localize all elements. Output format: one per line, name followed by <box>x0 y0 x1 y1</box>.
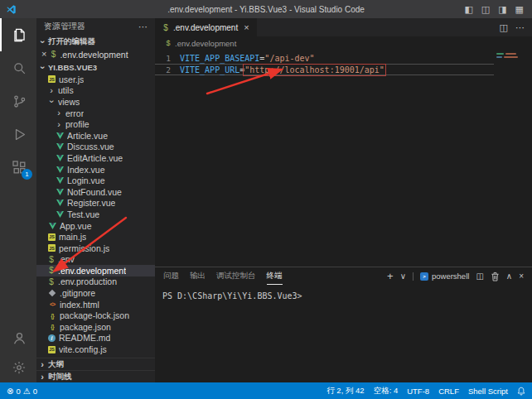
code-line-2[interactable]: 2VITE_APP_URL="http://localhost:19001/ap… <box>155 64 494 75</box>
close-panel-icon[interactable]: × <box>519 272 524 281</box>
tree-item-Register.vue[interactable]: Register.vue <box>36 198 155 209</box>
tree-item-vite.config.js[interactable]: JSvite.config.js <box>36 344 155 355</box>
breadcrumb[interactable]: $ .env.development <box>155 36 532 50</box>
tree-item-package.json[interactable]: {}package.json <box>36 321 155 333</box>
code-token-key: VITE_APP_URL <box>180 65 239 75</box>
file-label: package-lock.json <box>60 310 129 320</box>
timeline-section[interactable]: › 时间线 <box>36 370 155 382</box>
tree-item-permission.js[interactable]: JSpermission.js <box>36 243 155 254</box>
tree-item-README.md[interactable]: iREADME.md <box>36 333 155 344</box>
tree-item-App.vue[interactable]: App.vue <box>36 220 155 232</box>
tree-item-user.js[interactable]: JSuser.js <box>36 74 155 85</box>
kill-terminal-icon[interactable] <box>491 272 500 281</box>
code-token-string: "http://localhost:19001/api" <box>244 65 384 75</box>
close-editor-icon[interactable]: × <box>41 50 46 59</box>
panel-tab-调试控制台[interactable]: 调试控制台 <box>216 267 256 285</box>
tree-item-Index.vue[interactable]: Index.vue <box>36 164 155 175</box>
tree-item-.env.development[interactable]: $.env.development <box>36 265 155 276</box>
chevron-right-icon: › <box>48 86 55 95</box>
vue-icon <box>56 166 64 173</box>
tree-item-Article.vue[interactable]: Article.vue <box>36 130 155 142</box>
terminal-prompt: PS D:\CSharp\Yi\Yi.BBS.Vue3> <box>162 291 302 300</box>
tree-item-views[interactable]: ›views <box>36 96 155 108</box>
tree-item-index.html[interactable]: <>index.html <box>36 299 155 310</box>
vscode-logo-icon[interactable] <box>6 4 17 15</box>
split-editor-icon[interactable]: ◫ <box>500 22 508 33</box>
chevron-right-icon: › <box>39 360 46 369</box>
tree-item-Test.vue[interactable]: Test.vue <box>36 209 155 220</box>
tab-env-development[interactable]: $ .env.development × <box>155 18 257 36</box>
minimap[interactable] <box>494 50 532 267</box>
chevron-down-icon: › <box>38 38 47 45</box>
status-indentation[interactable]: 空格: 4 <box>374 386 399 397</box>
new-terminal-icon[interactable]: + <box>387 270 394 282</box>
explorer-icon[interactable] <box>0 18 36 51</box>
toggle-secondary-sidebar-icon[interactable]: ◨ <box>498 4 506 15</box>
extensions-icon[interactable]: 1 <box>0 151 36 184</box>
account-icon[interactable] <box>0 323 36 353</box>
tree-item-Discuss.vue[interactable]: Discuss.vue <box>36 142 155 153</box>
file-label: user.js <box>59 75 84 84</box>
file-label: README.md <box>59 333 110 343</box>
sidebar-bottom-sections: › 大纲 › 时间线 <box>36 358 155 382</box>
toggle-panel-icon[interactable]: ◫ <box>481 4 490 15</box>
line-number: 2 <box>155 65 180 75</box>
tree-item-Login.vue[interactable]: Login.vue <box>36 175 155 186</box>
tree-item-error[interactable]: ›error <box>36 108 155 119</box>
close-tab-icon[interactable]: × <box>244 22 249 32</box>
panel-tab-输出[interactable]: 输出 <box>190 267 206 285</box>
activity-bar: 1 <box>0 18 36 382</box>
tree-item-EditArticle.vue[interactable]: EditArticle.vue <box>36 152 155 164</box>
split-terminal-icon[interactable]: ◫ <box>476 272 483 281</box>
panel-tab-终端[interactable]: 终端 <box>267 267 283 285</box>
tree-item-.env.production[interactable]: $.env.production <box>36 276 155 288</box>
timeline-label: 时间线 <box>48 372 72 382</box>
terminal-dropdown-icon[interactable]: ∨ <box>400 272 406 281</box>
tree-item-.env[interactable]: $.env <box>36 254 155 266</box>
project-root-label: YI.BBS.VUE3 <box>48 63 97 72</box>
customize-layout-icon[interactable]: ▦ <box>515 4 524 15</box>
status-encoding[interactable]: UTF-8 <box>407 387 429 396</box>
notifications-bell-icon[interactable] <box>517 387 525 396</box>
js-icon: JS <box>48 244 56 252</box>
file-label: .env.production <box>58 276 117 286</box>
terminal-profile[interactable]: > powershell <box>420 272 469 281</box>
env-file-icon: $ <box>50 50 56 59</box>
file-label: error <box>65 108 84 118</box>
minimap-mark <box>504 56 518 58</box>
source-control-icon[interactable] <box>0 84 36 118</box>
open-editor-item[interactable]: × $ .env.development <box>36 48 155 60</box>
code-line-1[interactable]: 1VITE_APP_BASEAPI="/api-dev" <box>155 52 494 64</box>
tree-item-utils[interactable]: ›utils <box>36 85 155 97</box>
project-root-header[interactable]: › YI.BBS.VUE3 <box>36 60 155 74</box>
code-editor[interactable]: 1VITE_APP_BASEAPI="/api-dev"2VITE_APP_UR… <box>155 50 532 267</box>
open-editor-label: .env.development <box>60 50 128 60</box>
editor-more-actions-icon[interactable]: ⋯ <box>515 22 525 33</box>
status-cursor-position[interactable]: 行 2, 列 42 <box>326 386 364 397</box>
status-language-mode[interactable]: Shell Script <box>468 387 508 396</box>
search-icon[interactable] <box>0 51 36 84</box>
chevron-right-icon: › <box>56 120 62 129</box>
status-eol[interactable]: CRLF <box>438 387 459 396</box>
terminal-output[interactable]: PS D:\CSharp\Yi\Yi.BBS.Vue3> <box>155 285 532 382</box>
run-debug-icon[interactable] <box>0 118 36 151</box>
tree-item-package-lock.json[interactable]: {}package-lock.json <box>36 310 155 321</box>
problems-status[interactable]: ⊗ 0 ⚠ 0 <box>7 387 37 396</box>
tree-item-NotFound.vue[interactable]: NotFound.vue <box>36 186 155 198</box>
settings-gear-icon[interactable] <box>0 353 36 382</box>
open-editors-header[interactable]: › 打开的编辑器 <box>36 35 155 48</box>
panel-actions: + ∨ > powershell ◫ ∧ × <box>387 270 524 282</box>
outline-section[interactable]: › 大纲 <box>36 358 155 370</box>
toggle-sidebar-icon[interactable]: ◧ <box>464 4 472 15</box>
code-token-key: VITE_APP_BASEAPI <box>180 54 259 63</box>
maximize-panel-icon[interactable]: ∧ <box>506 272 512 281</box>
tree-item-profile[interactable]: ›profile <box>36 118 155 130</box>
git-icon <box>48 291 56 296</box>
tree-item-.gitignore[interactable]: .gitignore <box>36 287 155 299</box>
panel-tab-问题[interactable]: 问题 <box>163 267 179 285</box>
file-label: package.json <box>60 322 111 332</box>
file-label: profile <box>65 119 89 129</box>
tree-item-main.js[interactable]: JSmain.js <box>36 231 155 243</box>
code-lines: 1VITE_APP_BASEAPI="/api-dev"2VITE_APP_UR… <box>155 52 532 75</box>
more-actions-icon[interactable]: ⋯ <box>138 22 148 32</box>
